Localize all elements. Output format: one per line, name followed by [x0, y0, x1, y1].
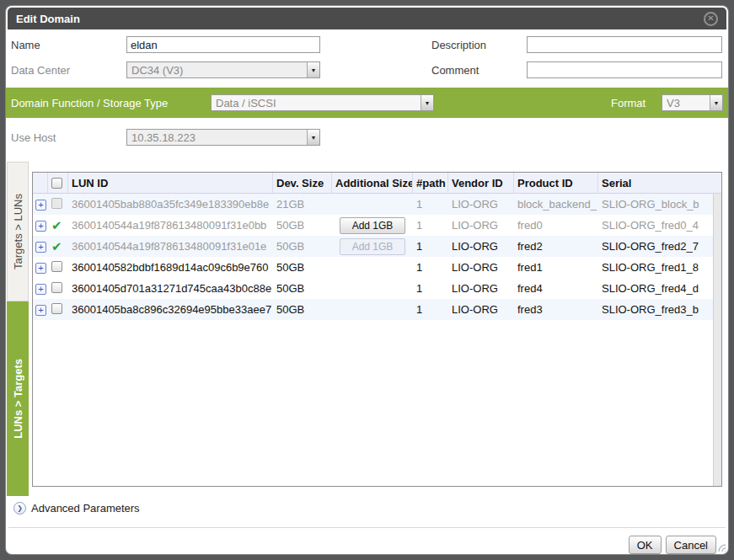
additional-size-cell: Add 1GB: [332, 238, 413, 255]
expand-column-header: [33, 173, 48, 193]
path-cell: 1: [413, 240, 448, 253]
format-select[interactable]: V3 ▼: [662, 94, 723, 111]
description-input[interactable]: [527, 36, 722, 53]
row-checkbox[interactable]: [51, 282, 62, 293]
additional-size-cell: Add 1GB: [332, 217, 413, 234]
checkbox-cell: [48, 198, 68, 211]
select-all-checkbox[interactable]: [51, 178, 62, 189]
data-center-label: Data Center: [11, 64, 70, 77]
lun-table: LUN ID Dev. Size Additional Size #path V…: [32, 172, 722, 487]
chevron-down-icon: ▼: [421, 95, 433, 110]
storage-type-band: Domain Function / Storage Type Data / iS…: [6, 88, 728, 118]
lun-id-cell: 3600140544a19f878613480091f31e01e: [68, 240, 273, 253]
product-id-cell: fred4: [514, 282, 598, 295]
path-cell: 1: [413, 219, 448, 232]
row-checkbox[interactable]: [51, 261, 62, 272]
col-product-id[interactable]: Product ID: [514, 173, 598, 193]
close-icon[interactable]: ✕: [704, 12, 718, 26]
lun-id-cell: 3600140544a19f878613480091f31e0bb: [68, 219, 273, 232]
serial-cell: SLIO-ORG_fred0_4: [598, 219, 721, 232]
checkbox-cell: ✔: [48, 219, 68, 232]
data-center-value: DC34 (V3): [131, 64, 183, 77]
vertical-scrollbar[interactable]: [713, 194, 721, 487]
col-lun-id[interactable]: LUN ID: [68, 173, 273, 193]
path-cell: 1: [413, 261, 448, 274]
use-host-value: 10.35.18.223: [131, 131, 196, 144]
chevron-down-icon: ▼: [307, 62, 319, 77]
tab-label: Targets > LUNs: [12, 194, 24, 269]
data-center-select[interactable]: DC34 (V3) ▼: [126, 61, 320, 78]
product-id-cell: fred3: [514, 303, 598, 316]
description-label: Description: [431, 39, 486, 51]
lun-id-cell: 36001405ba8c896c32694e95bbe33aee7: [68, 303, 273, 316]
resize-grip-icon[interactable]: [715, 541, 726, 552]
serial-cell: SLIO-ORG_block_b: [598, 198, 721, 211]
col-vendor-id[interactable]: Vendor ID: [448, 173, 514, 193]
dev-size-cell: 50GB: [273, 240, 332, 253]
table-row[interactable]: + ✔ 3600140544a19f878613480091f31e0bb 50…: [33, 215, 721, 236]
dev-size-cell: 21GB: [273, 198, 332, 211]
tab-targets-to-luns[interactable]: Targets > LUNs: [7, 162, 29, 301]
expand-row-icon[interactable]: +: [35, 242, 46, 253]
dialog-titlebar: Edit Domain ✕: [8, 8, 726, 29]
checkbox-cell: ✔: [48, 240, 68, 253]
checked-icon: ✔: [51, 240, 62, 253]
product-id-cell: fred1: [514, 261, 598, 274]
checkbox-cell: [48, 303, 68, 317]
name-input[interactable]: [126, 36, 320, 53]
expand-row-icon[interactable]: +: [35, 200, 46, 211]
col-path[interactable]: #path: [413, 173, 448, 193]
expand-cell: +: [33, 303, 48, 316]
table-body: + 36001405bab880a35fc349e183390eb8e 21GB…: [33, 194, 721, 487]
serial-cell: SLIO-ORG_fred3_b: [598, 303, 721, 316]
table-row[interactable]: + 36001405bab880a35fc349e183390eb8e 21GB…: [33, 194, 721, 215]
serial-cell: SLIO-ORG_fred4_d: [598, 282, 721, 295]
expand-cell: +: [33, 198, 48, 211]
table-row[interactable]: + 36001405d701a31271d745caa43b0c88e 50GB…: [33, 278, 721, 299]
expand-row-icon[interactable]: +: [35, 284, 46, 295]
cancel-button[interactable]: Cancel: [666, 536, 716, 554]
dev-size-cell: 50GB: [273, 219, 332, 232]
vendor-id-cell: LIO-ORG: [448, 240, 514, 253]
dialog-footer: OK Cancel: [629, 536, 716, 554]
serial-cell: SLIO-ORG_fred1_8: [598, 261, 721, 274]
expand-row-icon[interactable]: +: [35, 263, 46, 274]
dev-size-cell: 50GB: [273, 261, 332, 274]
domain-function-select[interactable]: Data / iSCSI ▼: [211, 94, 434, 111]
expand-row-icon[interactable]: +: [35, 221, 46, 232]
chevron-down-icon: ▼: [307, 130, 319, 145]
expand-cell: +: [33, 282, 48, 295]
expand-cell: +: [33, 240, 48, 253]
product-id-cell: fred2: [514, 240, 598, 253]
lun-id-cell: 36001405bab880a35fc349e183390eb8e: [68, 198, 273, 211]
checkbox-cell: [48, 282, 68, 296]
tab-luns-to-targets[interactable]: LUNs > Targets: [7, 301, 29, 496]
vendor-id-cell: LIO-ORG: [448, 219, 514, 232]
col-dev-size[interactable]: Dev. Size: [273, 173, 332, 193]
expand-row-icon[interactable]: +: [35, 305, 46, 316]
table-row[interactable]: + 36001405ba8c896c32694e95bbe33aee7 50GB…: [33, 299, 721, 320]
expander-arrow-icon: ❯: [13, 502, 26, 515]
vendor-id-cell: LIO-ORG: [448, 282, 514, 295]
name-label: Name: [11, 39, 40, 51]
row-checkbox[interactable]: [51, 303, 62, 314]
product-id-cell: fred0: [514, 219, 598, 232]
use-host-select[interactable]: 10.35.18.223 ▼: [126, 129, 320, 146]
comment-input[interactable]: [527, 61, 722, 78]
footer-divider: [8, 527, 726, 528]
path-cell: 1: [413, 198, 448, 211]
table-row[interactable]: + 3600140582bdbf1689d14ac09c6b9e760 50GB…: [33, 257, 721, 278]
expand-cell: +: [33, 219, 48, 232]
col-serial[interactable]: Serial: [598, 173, 721, 193]
domain-function-label: Domain Function / Storage Type: [11, 97, 168, 109]
add-1gb-button[interactable]: Add 1GB: [340, 217, 405, 234]
expand-cell: +: [33, 261, 48, 274]
ok-button[interactable]: OK: [629, 536, 662, 554]
use-host-label: Use Host: [11, 131, 56, 144]
advanced-parameters-expander[interactable]: ❯ Advanced Parameters: [13, 502, 140, 515]
dev-size-cell: 50GB: [273, 303, 332, 316]
table-row[interactable]: + ✔ 3600140544a19f878613480091f31e01e 50…: [33, 236, 721, 257]
col-additional-size[interactable]: Additional Size: [332, 173, 413, 193]
product-id-cell: block_backend_: [514, 198, 598, 211]
tab-label: LUNs > Targets: [12, 359, 24, 439]
